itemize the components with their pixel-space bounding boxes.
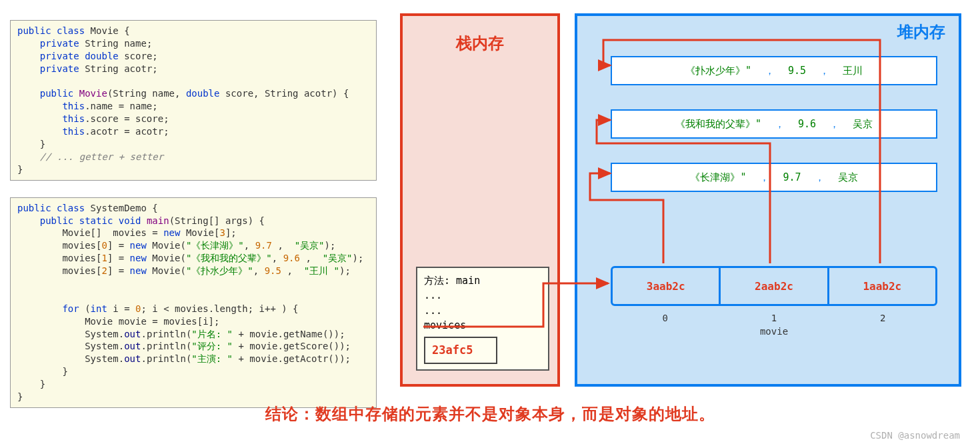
code-box-movie: public class Movie { private String name… — [10, 20, 377, 181]
array-cell-2: 1aab2c — [827, 268, 935, 304]
heap-memory-box: 堆内存 《扑水少年》"， 9.5， 王川 《我和我的父辈》"， 9.6， 吴京 … — [575, 13, 961, 387]
heap-title: 堆内存 — [897, 21, 945, 43]
array-index-row: 0 1 2 — [611, 313, 937, 323]
watermark: CSDN @asnowdream — [870, 430, 960, 441]
code-box-systemdemo: public class SystemDemo { public static … — [10, 197, 377, 408]
array-var-name: movie — [611, 326, 937, 337]
stack-dots: ... — [424, 288, 541, 303]
stack-method: 方法: main — [424, 273, 541, 289]
stack-addr: 23afc5 — [424, 337, 497, 365]
stack-dots2: ... — [424, 303, 541, 319]
code-column: public class Movie { private String name… — [10, 20, 377, 425]
array-cell-0: 3aab2c — [613, 268, 719, 304]
heap-object-1: 《扑水少年》"， 9.5， 王川 — [611, 56, 937, 85]
heap-object-3: 《长津湖》"， 9.7， 吴京 — [611, 163, 937, 192]
heap-object-2: 《我和我的父辈》"， 9.6， 吴京 — [611, 109, 937, 139]
stack-frame: 方法: main ... ... movices 23afc5 — [416, 267, 549, 371]
stack-var: movices — [424, 318, 541, 333]
stack-memory-box: 栈内存 方法: main ... ... movices 23afc5 — [400, 13, 560, 387]
heap-array: 3aab2c 2aab2c 1aab2c — [611, 266, 937, 306]
stack-title: 栈内存 — [403, 33, 557, 54]
array-cell-1: 2aab2c — [719, 268, 827, 304]
conclusion-text: 结论：数组中存储的元素并不是对象本身，而是对象的地址。 — [0, 403, 980, 425]
